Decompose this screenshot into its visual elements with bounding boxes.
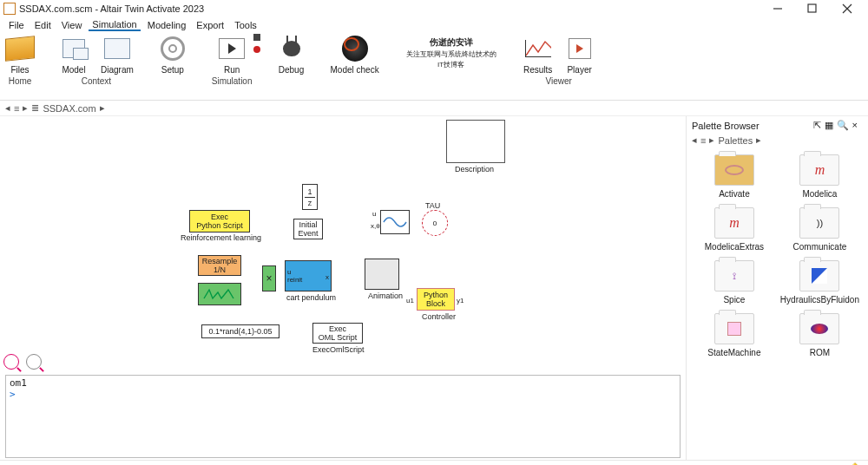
menu-export[interactable]: Export	[193, 20, 227, 30]
folder-icon	[5, 36, 35, 62]
palette-title: Palette Browser	[692, 121, 760, 131]
block-exec-python-caption: Reinforcement learning	[181, 233, 261, 242]
menu-file[interactable]: File	[5, 20, 28, 30]
palette-item-activate[interactable]: Activate	[695, 154, 773, 199]
palette-dock-icon[interactable]: ⇱	[813, 120, 821, 131]
block-random-wave[interactable]	[198, 283, 241, 305]
menu-simulation[interactable]: Simulation	[89, 19, 140, 31]
block-initial-event[interactable]: Initial Event	[293, 219, 323, 239]
ribbon-group-viewer: Results Player Viewer	[523, 36, 595, 86]
menubar: File Edit View Simulation Modeling Expor…	[0, 17, 868, 33]
block-description[interactable]	[446, 120, 505, 163]
ribbon-group-modelcheck: Model check	[331, 36, 379, 76]
block-tau[interactable]: 0	[422, 210, 448, 236]
palette-item-hydraulics[interactable]: HydraulicsByFluidon	[780, 260, 859, 305]
ribbon-group-debug: Debug	[277, 36, 306, 76]
ribbon-debug-button[interactable]: Debug	[277, 34, 306, 75]
transistor-icon: ⟟	[733, 271, 736, 282]
block-resample[interactable]: Resample 1/N	[198, 255, 241, 276]
palette-item-modelica[interactable]: m Modelica	[780, 154, 859, 199]
console-prompt: >	[10, 389, 16, 400]
sine-icon	[383, 213, 407, 231]
block-python-block[interactable]: Python Block	[417, 288, 455, 311]
zoom-out-icon[interactable]	[26, 354, 42, 370]
oval-icon	[725, 165, 744, 175]
wave-icon	[202, 286, 237, 302]
breadcrumb-hier-icon[interactable]: ≡	[14, 103, 19, 114]
diagram-canvas[interactable]: Description 1 z Exec Python Script Reinf…	[0, 116, 686, 373]
block-exec-python-script[interactable]: Exec Python Script	[189, 210, 250, 232]
console[interactable]: om1 >	[5, 375, 681, 458]
block-animation[interactable]	[365, 259, 399, 290]
record-icon[interactable]	[253, 46, 260, 53]
palette-item-spice[interactable]: ⟟ Spice	[695, 260, 773, 305]
ribbon: Files Home Model Diagram Context Setup	[0, 33, 868, 101]
block-scope[interactable]	[380, 210, 410, 234]
menu-tools[interactable]: Tools	[231, 20, 260, 30]
app-icon	[3, 3, 16, 15]
window-titlebar: SSDAX.com.scm - Altair Twin Activate 202…	[0, 0, 868, 17]
block-description-label: Description	[455, 165, 494, 174]
ribbon-files-button[interactable]: Files	[5, 34, 35, 75]
m-script-icon: m	[729, 215, 740, 231]
block-exec-oml-caption: ExecOmlScript	[312, 345, 365, 354]
block-cart-pendulum[interactable]: u reinit x	[285, 260, 332, 291]
palette-close-icon[interactable]: ×	[852, 120, 858, 131]
ribbon-group-setup: Setup	[158, 36, 187, 76]
gear-icon	[161, 36, 185, 61]
block-tau-label: TAU	[425, 201, 440, 210]
palette-search-icon[interactable]: 🔍	[837, 120, 849, 131]
play-icon	[219, 38, 245, 59]
palette-breadcrumb[interactable]: ◂≡▸ Palettes▸	[687, 134, 868, 146]
ribbon-model-button[interactable]: Model	[59, 34, 89, 75]
breadcrumb-item[interactable]: SSDAX.com	[43, 103, 95, 114]
palette-item-communicate[interactable]: )) Communicate	[780, 207, 859, 252]
palette-grid-icon[interactable]: ▦	[825, 120, 833, 131]
menu-view[interactable]: View	[58, 20, 86, 30]
block-delay-z[interactable]: 1 z	[302, 184, 318, 210]
ribbon-setup-button[interactable]: Setup	[158, 34, 187, 75]
ribbon-group-home: Files Home	[5, 36, 35, 86]
ribbon-player-button[interactable]: Player	[565, 34, 595, 75]
ribbon-results-button[interactable]: Results	[523, 34, 553, 75]
window-title: SSDAX.com.scm - Altair Twin Activate 202…	[19, 3, 204, 14]
block-animation-caption: Animation	[368, 291, 403, 300]
palette-browser: Palette Browser ⇱ ▦ 🔍 × ◂≡▸ Palettes▸ Ac…	[686, 116, 868, 460]
rom-icon	[811, 324, 828, 334]
window-maximize-button[interactable]	[795, 0, 830, 17]
plot-icon	[525, 40, 551, 57]
breadcrumb-item-icon[interactable]: ≣	[31, 102, 39, 114]
bug-icon	[283, 41, 300, 56]
wifi-icon: ))	[817, 218, 823, 228]
m-script-icon: m	[815, 162, 825, 178]
stop-icon[interactable]	[253, 34, 260, 41]
player-icon	[569, 38, 591, 59]
menu-modeling[interactable]: Modeling	[144, 20, 190, 30]
console-tab[interactable]: om1	[10, 377, 676, 389]
svg-rect-1	[808, 4, 816, 12]
block-python-block-caption: Controller	[422, 312, 456, 321]
palette-item-rom[interactable]: ROM	[780, 313, 859, 357]
palette-item-statemachine[interactable]: StateMachine	[695, 313, 773, 357]
breadcrumb-back-icon[interactable]: ◂	[5, 102, 10, 114]
block-rand-expr[interactable]: 0.1*rand(4,1)-0.05	[201, 324, 279, 338]
ribbon-group-context: Model Diagram Context	[59, 36, 134, 86]
ribbon-modelcheck-button[interactable]: Model check	[331, 34, 379, 75]
palette-item-modelicaextras[interactable]: m ModelicaExtras	[695, 207, 773, 252]
window-close-button[interactable]	[830, 0, 865, 17]
window-minimize-button[interactable]	[760, 0, 795, 17]
slash-icon	[812, 268, 827, 284]
ribbon-group-simulation: Run Simulation	[212, 36, 253, 86]
zoom-in-icon[interactable]	[3, 354, 19, 370]
breadcrumb[interactable]: ◂ ≡ ▸ ≣ SSDAX.com ▸	[5, 102, 105, 114]
block-product[interactable]: ×	[262, 265, 276, 291]
block-exec-oml[interactable]: Exec OML Script	[312, 323, 363, 344]
ribbon-diagram-button[interactable]: Diagram	[101, 34, 134, 75]
ribbon-run-button[interactable]: Run	[217, 34, 247, 75]
statusbar: 🔔	[0, 460, 868, 465]
check-globe-icon	[342, 36, 368, 62]
block-cart-pendulum-caption: cart pendulum	[286, 293, 336, 302]
menu-edit[interactable]: Edit	[31, 20, 55, 30]
state-icon	[727, 322, 741, 336]
watermark: 伤逝的安详 关注互联网与系统终结技术的IT技博客	[404, 36, 499, 69]
